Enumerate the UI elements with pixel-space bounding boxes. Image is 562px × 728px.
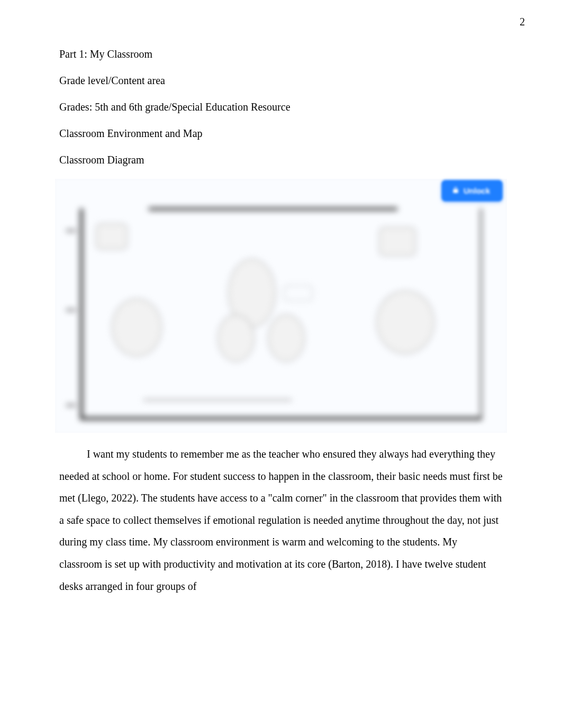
part-heading: Part 1: My Classroom (59, 47, 503, 61)
unlock-button[interactable]: Unlock (441, 180, 503, 202)
grade-level-label: Grade level/Content area (59, 73, 503, 88)
grade-level-value: Grades: 5th and 6th grade/Special Educat… (59, 99, 503, 114)
classroom-diagram-container: Unlock (55, 179, 507, 433)
body-paragraph-text: I want my students to remember me as the… (59, 448, 503, 592)
diagram-heading: Classroom Diagram (59, 152, 503, 167)
unlock-button-label: Unlock (464, 186, 490, 195)
environment-map-heading: Classroom Environment and Map (59, 126, 503, 141)
page-number: 2 (520, 16, 525, 28)
body-paragraph: I want my students to remember me as the… (59, 443, 503, 597)
lock-icon (452, 186, 459, 195)
classroom-diagram-image (80, 208, 482, 420)
document-page: 2 Part 1: My Classroom Grade level/Conte… (0, 0, 562, 618)
headings-block: Part 1: My Classroom Grade level/Content… (59, 47, 503, 167)
